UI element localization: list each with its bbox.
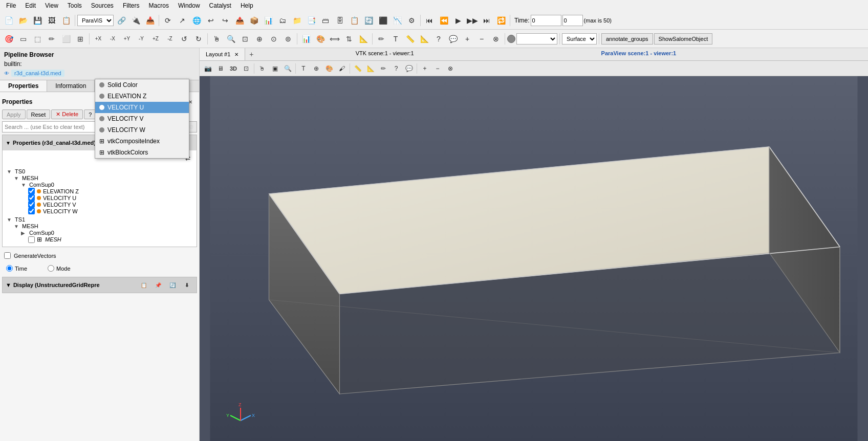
menu-window[interactable]: Window xyxy=(174,1,204,10)
ts1-toggle[interactable]: ▼ xyxy=(7,217,13,223)
select-points[interactable]: ⬚ xyxy=(31,32,44,46)
velocity-u-checkbox[interactable] xyxy=(28,194,35,201)
measure2[interactable]: 📐 xyxy=(418,32,431,46)
generate-vectors-checkbox[interactable] xyxy=(4,252,11,259)
mesh1-child-checkbox[interactable] xyxy=(28,236,35,243)
view-annotate2-btn[interactable]: ✏ xyxy=(377,62,389,75)
play-button[interactable]: ▶ xyxy=(451,14,465,27)
view-interact-btn[interactable]: 🖱 xyxy=(256,62,268,75)
menu-tools[interactable]: Tools xyxy=(63,1,86,10)
view-add-btn[interactable]: + xyxy=(419,62,431,75)
measure4[interactable]: 💬 xyxy=(446,32,460,46)
add-annotation[interactable]: ✏ xyxy=(375,32,388,46)
measure3[interactable]: ? xyxy=(432,32,445,46)
prev-frame[interactable]: ⏪ xyxy=(437,14,450,27)
view-color-btn[interactable]: 🎨 xyxy=(323,62,335,75)
menu-view[interactable]: View xyxy=(41,1,62,10)
menu-file[interactable]: File xyxy=(2,1,20,10)
rotate-x-neg[interactable]: -X xyxy=(106,32,119,46)
menu-catalyst[interactable]: Catalyst xyxy=(205,1,235,10)
comsup1-toggle[interactable]: ▶ xyxy=(21,230,27,236)
first-frame[interactable]: ⏮ xyxy=(423,14,436,27)
coloring-dropdown[interactable] xyxy=(516,33,557,45)
add-layout-btn[interactable]: + xyxy=(245,48,257,60)
rotate-y-neg[interactable]: -Y xyxy=(135,32,148,46)
reset-center[interactable]: ⊚ xyxy=(281,32,295,46)
tb-icon-10[interactable]: 📁 xyxy=(290,14,303,27)
add-text[interactable]: T xyxy=(389,32,402,46)
tb-icon-9[interactable]: 🗂 xyxy=(276,14,289,27)
menu-edit[interactable]: Edit xyxy=(21,1,40,10)
dropdown-velocity-v[interactable]: VELOCITY V xyxy=(95,113,189,124)
rotate-x-pos[interactable]: +X xyxy=(92,32,105,46)
view-remove-btn[interactable]: − xyxy=(431,62,444,75)
rotate-z-neg[interactable]: -Z xyxy=(163,32,177,46)
loop-button[interactable]: 🔁 xyxy=(494,14,508,27)
zoom-mode[interactable]: 🔍 xyxy=(224,32,237,46)
ts0-toggle[interactable]: ▼ xyxy=(7,169,13,174)
3d-btn[interactable]: 3D xyxy=(227,62,240,75)
show-color-legend[interactable]: 📊 xyxy=(299,32,313,46)
reset-view[interactable]: ⊙ xyxy=(267,32,280,46)
tb-icon-5[interactable]: ↪ xyxy=(219,14,232,27)
interact-mode[interactable]: 🖱 xyxy=(210,32,223,46)
paste-display-btn[interactable]: 📌 xyxy=(151,278,165,292)
view-color2-btn[interactable]: 🖌 xyxy=(336,62,348,75)
refresh-display-btn[interactable]: 🔄 xyxy=(166,278,179,292)
tb-icon-18[interactable]: ⚙ xyxy=(405,14,418,27)
tb-icon-8[interactable]: 📊 xyxy=(262,14,275,27)
velocity-v-checkbox[interactable] xyxy=(28,201,35,208)
select-surface[interactable]: ▭ xyxy=(16,32,30,46)
select-block[interactable]: ⬜ xyxy=(59,32,73,46)
menu-macros[interactable]: Macros xyxy=(145,1,173,10)
tab-information[interactable]: Information xyxy=(47,80,95,92)
mesh1-toggle[interactable]: ▼ xyxy=(14,224,20,229)
view-zoom-btn[interactable]: 🔍 xyxy=(281,62,294,75)
time-spin[interactable] xyxy=(562,15,583,26)
custom-range[interactable]: 📐 xyxy=(357,32,370,46)
more-display-btn[interactable]: ⬇ xyxy=(180,278,193,292)
annotate-groups-btn[interactable]: annotate_groups xyxy=(601,33,653,45)
apply-button[interactable]: Apply xyxy=(2,109,26,119)
zoom-rubber[interactable]: ⊡ xyxy=(238,32,252,46)
copy-display-btn[interactable]: 📋 xyxy=(137,278,150,292)
time-input[interactable] xyxy=(531,15,561,26)
display-group-header[interactable]: ▼ Display (UnstructuredGridRepre 📋 📌 🔄 ⬇ xyxy=(3,277,197,293)
tb-icon-16[interactable]: ⬛ xyxy=(376,14,389,27)
tb-icon-6[interactable]: 📤 xyxy=(233,14,246,27)
last-frame[interactable]: ⏭ xyxy=(480,14,493,27)
show-salome-btn[interactable]: ShowSalomeObject xyxy=(654,33,713,45)
pipeline-file-item[interactable]: 👁 r3d_canal-t3d.med xyxy=(2,69,197,78)
view-annotation-btn[interactable]: T xyxy=(297,62,310,75)
open-button[interactable]: 📂 xyxy=(16,14,30,27)
server-dropdown[interactable]: ParaViS xyxy=(77,15,114,26)
layout-tab-1[interactable]: Layout #1 ✕ xyxy=(200,48,245,60)
tb-icon-7[interactable]: 📦 xyxy=(247,14,261,27)
mode-radio[interactable] xyxy=(48,265,54,272)
tb-icon-13[interactable]: 🗄 xyxy=(333,14,346,27)
tb-icon-14[interactable]: 📋 xyxy=(348,14,361,27)
new-button[interactable]: 📄 xyxy=(2,14,15,27)
menu-filters[interactable]: Filters xyxy=(119,1,144,10)
tb-icon-15[interactable]: 🔄 xyxy=(362,14,375,27)
view-ruler-btn[interactable]: 📏 xyxy=(352,62,364,75)
rotate-y-pos[interactable]: +Y xyxy=(120,32,134,46)
tb-icon-11[interactable]: 📑 xyxy=(305,14,318,27)
dropdown-velocity-u[interactable]: VELOCITY U xyxy=(95,102,189,113)
rescale[interactable]: ⟺ xyxy=(328,32,341,46)
copy-button[interactable]: 📋 xyxy=(59,14,73,27)
comsup0-toggle[interactable]: ▼ xyxy=(21,182,27,188)
save-button[interactable]: 💾 xyxy=(31,14,44,27)
elevation-z-checkbox[interactable] xyxy=(28,188,35,194)
select-through[interactable]: ⊞ xyxy=(74,32,87,46)
tab-properties[interactable]: Properties xyxy=(0,80,47,92)
dropdown-vtk-block[interactable]: ⊞ vtkBlockColors xyxy=(95,147,189,158)
save-screenshot[interactable]: 🖼 xyxy=(45,14,58,27)
view-link-btn[interactable]: ⊗ xyxy=(444,62,457,75)
menu-help[interactable]: Help xyxy=(236,1,257,10)
rotate-ccw[interactable]: ↺ xyxy=(178,32,191,46)
disconnect-button[interactable]: 🔌 xyxy=(129,14,142,27)
next-frame-button[interactable]: ▶▶ xyxy=(466,14,479,27)
tb-icon-4[interactable]: ↩ xyxy=(204,14,218,27)
remove-minus[interactable]: − xyxy=(475,32,488,46)
